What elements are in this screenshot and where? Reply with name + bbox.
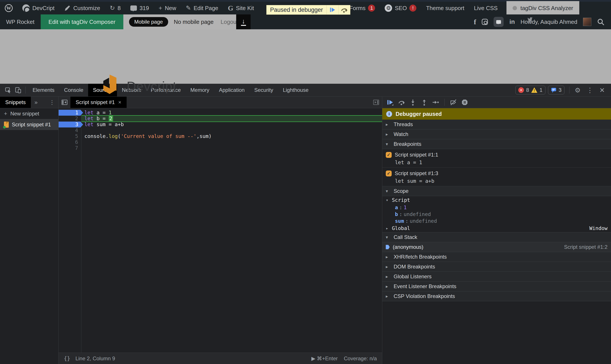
section-threads[interactable]: ▸ Threads — [382, 120, 611, 130]
tab-elements[interactable]: Elements — [28, 84, 59, 96]
scope-global-group[interactable]: ▸ Global Window — [382, 224, 611, 232]
code-content[interactable]: let a = 1 — [81, 110, 382, 116]
snippets-tab[interactable]: Snippets — [0, 97, 31, 108]
step-button[interactable] — [431, 98, 441, 107]
line-number[interactable]: 4 — [59, 128, 81, 133]
issues-badge[interactable]: 3 — [548, 86, 564, 94]
pause-on-exceptions-button[interactable] — [460, 98, 469, 107]
new-content-menu[interactable]: + New — [154, 2, 181, 14]
section-breakpoints[interactable]: ▾ Breakpoints — [382, 139, 611, 149]
instagram-icon[interactable] — [482, 19, 488, 25]
mobile-page-button[interactable]: Mobile page — [129, 17, 168, 27]
code-line[interactable]: 5console.log('Current value of sum --',s… — [59, 133, 382, 139]
no-mobile-page-label[interactable]: No mobile page — [174, 19, 214, 25]
download-button[interactable]: ↓ — [236, 14, 251, 29]
tagdiv-composer-button[interactable]: Edit with tagDiv Composer — [41, 14, 123, 29]
step-into-button[interactable] — [408, 98, 418, 107]
tab-memory[interactable]: Memory — [186, 84, 214, 96]
more-tabs-chevron[interactable]: » — [31, 99, 41, 106]
pretty-print-button[interactable]: {} — [64, 355, 70, 362]
code-line[interactable]: 6 — [59, 139, 382, 145]
site-name-menu[interactable]: DevCript — [17, 2, 59, 14]
section-global-listeners[interactable]: ▸ Global Listeners — [382, 272, 611, 282]
code-content[interactable] — [81, 145, 382, 151]
inspect-element-button[interactable] — [3, 85, 13, 95]
howdy-account-menu[interactable]: Howdy, Aaquib Ahmed — [520, 19, 577, 25]
snippet-item[interactable]: Script snippet #1 — [0, 119, 58, 130]
line-number[interactable]: 5 — [59, 133, 81, 139]
code-line[interactable]: 7 — [59, 145, 382, 151]
new-snippet-button[interactable]: + New snippet — [0, 108, 58, 119]
more-options-button[interactable]: ⋮ — [584, 86, 596, 94]
breakpoint-checkbox[interactable]: ✓ — [386, 152, 392, 158]
section-event-listener-breakpoints[interactable]: ▸ Event Listener Breakpoints — [382, 282, 611, 291]
wp-rocket-menu[interactable]: WP Rocket — [0, 14, 41, 29]
step-out-button[interactable] — [419, 98, 429, 107]
section-watch[interactable]: ▸ Watch — [382, 130, 611, 139]
step-over-button[interactable] — [338, 5, 350, 14]
step-over-button[interactable] — [397, 98, 406, 107]
section-call-stack[interactable]: ▾ Call Stack — [382, 232, 611, 242]
settings-gear-button[interactable]: ⚙ — [572, 86, 584, 94]
scope-variable[interactable]: b: undefined — [382, 211, 611, 218]
line-number[interactable]: 6 — [59, 139, 81, 145]
section-xhr-breakpoints[interactable]: ▸ XHR/fetch Breakpoints — [382, 252, 611, 262]
search-icon[interactable] — [597, 18, 604, 26]
code-line[interactable]: 3let sum = a+b — [59, 122, 382, 128]
breakpoint-checkbox[interactable]: ✓ — [386, 170, 392, 176]
customize-menu[interactable]: Customize — [59, 2, 105, 14]
linkedin-icon[interactable]: in — [509, 18, 515, 25]
resume-button[interactable] — [385, 98, 395, 107]
code-line[interactable]: 4 — [59, 128, 382, 133]
breakpoint-marker[interactable]: 3 — [59, 122, 83, 128]
scope-script-group[interactable]: ▾ Script — [382, 196, 611, 204]
section-dom-breakpoints[interactable]: ▸ DOM Breakpoints — [382, 262, 611, 272]
site-kit-menu[interactable]: G Site Kit — [223, 2, 259, 14]
scope-variable[interactable]: sum: undefined — [382, 218, 611, 224]
updates-menu[interactable]: ↻ 8 — [105, 2, 126, 14]
seo-menu[interactable]: ⚙ SEO ! — [380, 2, 421, 14]
breakpoint-marker[interactable]: 1 — [59, 110, 83, 116]
tab-security[interactable]: Security — [249, 84, 278, 96]
errors-warnings-badge[interactable]: ✕ 8 ! 1 — [515, 86, 546, 94]
tab-application[interactable]: Application — [214, 84, 249, 96]
code-content[interactable]: let b = 2 — [81, 115, 382, 122]
close-tab-icon[interactable]: × — [118, 99, 121, 105]
chat-bubble-icon[interactable] — [494, 17, 504, 27]
line-number[interactable]: 7 — [59, 145, 81, 151]
code-line[interactable]: 1let a = 1 — [59, 110, 382, 116]
tab-lighthouse[interactable]: Lighthouse — [278, 84, 313, 96]
tagdiv-css-analyzer-button[interactable]: tagDiv CSS Analyzer — [507, 1, 579, 15]
code-editor[interactable]: 1let a = 12let b = 23let sum = a+b45cons… — [59, 108, 382, 353]
code-content[interactable] — [81, 128, 382, 133]
sidebar-kebab-menu[interactable]: ⋮ — [46, 99, 58, 106]
code-line[interactable]: 2let b = 2 — [59, 116, 382, 122]
section-scope[interactable]: ▾ Scope — [382, 186, 611, 196]
code-content[interactable]: let sum = a+b — [81, 122, 382, 128]
code-content[interactable]: console.log('Current value of sum --',su… — [81, 133, 382, 139]
line-number[interactable]: 2 — [59, 116, 81, 122]
breakpoint-entry[interactable]: ✓ Script snippet #1:1 let a = 1 — [382, 149, 611, 168]
breakpoint-entry[interactable]: ✓ Script snippet #1:3 let sum = a+b — [382, 168, 611, 186]
edit-page-menu[interactable]: ✎ Edit Page — [181, 2, 223, 14]
show-right-panel-button[interactable] — [370, 99, 382, 105]
facebook-icon[interactable]: f — [474, 18, 476, 26]
code-content[interactable] — [81, 139, 382, 145]
device-toolbar-button[interactable] — [13, 85, 23, 95]
wordpress-menu[interactable]: W — [0, 2, 17, 14]
theme-support-menu[interactable]: Theme support — [421, 2, 469, 14]
logout-link[interactable]: Logout — [221, 19, 238, 25]
call-stack-frame[interactable]: (anonymous) Script snippet #1:2 — [382, 242, 611, 252]
tab-console[interactable]: Console — [59, 84, 88, 96]
live-css-menu[interactable]: Live CSS — [469, 2, 502, 14]
section-csp-violation-breakpoints[interactable]: ▸ CSP Violation Breakpoints — [382, 291, 611, 301]
site-logo[interactable]: Devcript — [102, 73, 176, 99]
close-devtools-button[interactable]: ✕ — [596, 86, 608, 94]
scope-variable[interactable]: a: 1 — [382, 204, 611, 211]
collapse-left-panel-button[interactable] — [59, 99, 70, 105]
deactivate-breakpoints-button[interactable] — [449, 98, 458, 107]
avatar[interactable] — [583, 18, 591, 26]
resume-script-button[interactable] — [326, 5, 338, 14]
comments-menu[interactable]: 319 — [126, 2, 154, 14]
editor-empty-area[interactable] — [59, 151, 382, 353]
